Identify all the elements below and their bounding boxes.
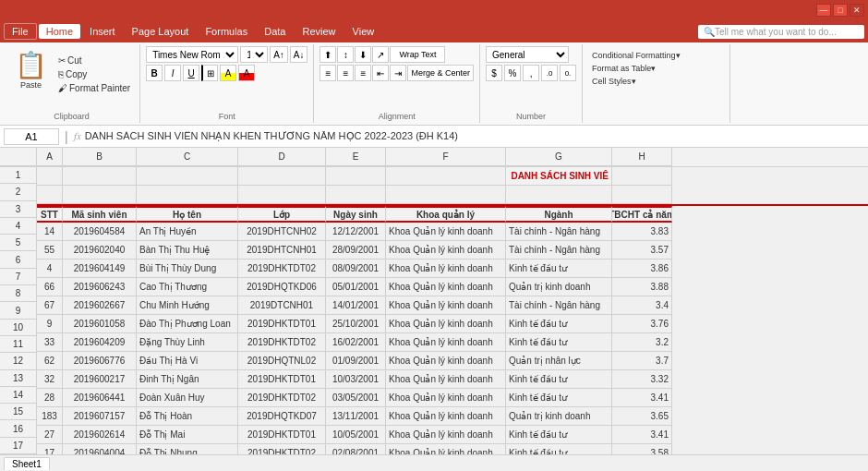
cell-c2[interactable] bbox=[137, 186, 238, 204]
cell-c1[interactable] bbox=[137, 167, 238, 186]
comma-btn[interactable]: , bbox=[523, 65, 539, 81]
cell-a1[interactable] bbox=[37, 167, 63, 186]
cell-ngay-1[interactable]: 28/09/2001 bbox=[326, 241, 386, 260]
cell-f2[interactable] bbox=[386, 186, 506, 204]
cell-e1[interactable] bbox=[326, 167, 386, 186]
conditional-formatting-btn[interactable]: Conditional Formatting▾ bbox=[588, 50, 684, 61]
cell-tbcht-3[interactable]: 3.88 bbox=[612, 278, 672, 296]
menu-view[interactable]: View bbox=[345, 24, 382, 39]
cell-msv-6[interactable]: 2019604209 bbox=[63, 333, 137, 352]
row-header-2[interactable]: 2 bbox=[0, 184, 37, 200]
decrease-indent-btn[interactable]: ⇤ bbox=[372, 65, 389, 81]
number-format-select[interactable]: General bbox=[486, 46, 569, 63]
format-painter-button[interactable]: 🖌 Format Painter bbox=[54, 82, 134, 94]
cell-name-2[interactable]: Bùi Thị Thùy Dung bbox=[137, 260, 238, 278]
cell-lop-1[interactable]: 2019DHTCNH01 bbox=[238, 241, 326, 260]
cell-nganh-6[interactable]: Kinh tế đầu tư bbox=[506, 333, 612, 352]
cell-h1[interactable] bbox=[612, 167, 672, 186]
currency-btn[interactable]: $ bbox=[486, 65, 502, 81]
paste-button[interactable]: 📋 Paste bbox=[9, 46, 53, 93]
align-right-btn[interactable]: ≡ bbox=[355, 65, 371, 81]
cell-stt-0[interactable]: 14 bbox=[37, 223, 63, 241]
maximize-btn[interactable]: □ bbox=[833, 4, 848, 17]
cell-nganh-0[interactable]: Tài chính - Ngân hàng bbox=[506, 223, 612, 241]
cell-lop-12[interactable]: 2019DHKTDT02 bbox=[238, 444, 326, 454]
menu-file[interactable]: File bbox=[4, 23, 37, 40]
menu-page-layout[interactable]: Page Layout bbox=[125, 24, 197, 39]
close-btn[interactable]: ✕ bbox=[850, 4, 864, 17]
cell-a2[interactable] bbox=[37, 186, 63, 204]
row-header-4[interactable]: 4 bbox=[0, 218, 37, 235]
cell-lop-8[interactable]: 2019DHKTDT01 bbox=[238, 370, 326, 389]
cell-g1[interactable]: DANH SÁCH SINH VIÊ bbox=[506, 167, 612, 186]
menu-review[interactable]: Review bbox=[295, 24, 343, 39]
cell-b2[interactable] bbox=[63, 186, 137, 204]
header-ngaysinh[interactable]: Ngày sinh bbox=[326, 206, 386, 223]
col-header-g[interactable]: G bbox=[506, 148, 612, 166]
col-header-h[interactable]: H bbox=[612, 148, 672, 166]
cell-khoa-8[interactable]: Khoa Quản lý kinh doanh bbox=[386, 370, 506, 389]
row-header-17[interactable]: 17 bbox=[0, 438, 37, 454]
cell-nganh-3[interactable]: Quản trị kinh doanh bbox=[506, 278, 612, 296]
cell-stt-4[interactable]: 67 bbox=[37, 296, 63, 315]
cell-lop-7[interactable]: 2019DHQTNL02 bbox=[238, 352, 326, 370]
align-middle-btn[interactable]: ↕ bbox=[337, 46, 354, 63]
cell-tbcht-6[interactable]: 3.2 bbox=[612, 333, 672, 352]
col-header-e[interactable]: E bbox=[326, 148, 386, 166]
row-header-8[interactable]: 8 bbox=[0, 285, 37, 302]
cell-ngay-9[interactable]: 03/05/2001 bbox=[326, 389, 386, 407]
cell-nganh-8[interactable]: Kinh tế đầu tư bbox=[506, 370, 612, 389]
cell-tbcht-9[interactable]: 3.41 bbox=[612, 389, 672, 407]
col-header-a[interactable]: A bbox=[37, 148, 63, 166]
cell-nganh-4[interactable]: Tài chính - Ngân hàng bbox=[506, 296, 612, 315]
text-angle-btn[interactable]: ↗ bbox=[372, 46, 389, 63]
row-header-16[interactable]: 16 bbox=[0, 420, 37, 437]
cell-nganh-5[interactable]: Kinh tế đầu tư bbox=[506, 315, 612, 333]
cell-tbcht-12[interactable]: 3.58 bbox=[612, 444, 672, 454]
cell-nganh-10[interactable]: Quản trị kinh doanh bbox=[506, 407, 612, 426]
cell-ngay-6[interactable]: 16/02/2001 bbox=[326, 333, 386, 352]
cell-tbcht-2[interactable]: 3.86 bbox=[612, 260, 672, 278]
cell-name-4[interactable]: Chu Minh Hướng bbox=[137, 296, 238, 315]
cell-ngay-0[interactable]: 12/12/2001 bbox=[326, 223, 386, 241]
header-tbcht[interactable]: TBCHT cả năm bbox=[612, 206, 672, 223]
cell-tbcht-4[interactable]: 3.4 bbox=[612, 296, 672, 315]
bold-button[interactable]: B bbox=[146, 65, 163, 81]
cell-lop-4[interactable]: 2019DTCNH01 bbox=[238, 296, 326, 315]
align-bottom-btn[interactable]: ⬇ bbox=[355, 46, 371, 63]
cell-khoa-2[interactable]: Khoa Quản lý kinh doanh bbox=[386, 260, 506, 278]
cell-styles-btn[interactable]: Cell Styles▾ bbox=[588, 76, 640, 87]
header-msv[interactable]: Mã sinh viên bbox=[63, 206, 137, 223]
cell-name-0[interactable]: An Thị Huyền bbox=[137, 223, 238, 241]
cell-khoa-6[interactable]: Khoa Quản lý kinh doanh bbox=[386, 333, 506, 352]
fill-color-button[interactable]: A bbox=[220, 65, 236, 81]
header-khoa[interactable]: Khoa quản lý bbox=[386, 206, 506, 223]
increase-indent-btn[interactable]: ⇥ bbox=[390, 65, 406, 81]
col-header-c[interactable]: C bbox=[137, 148, 238, 166]
cell-lop-5[interactable]: 2019DHKTDT01 bbox=[238, 315, 326, 333]
cell-lop-11[interactable]: 2019DHKTDT01 bbox=[238, 426, 326, 444]
cell-msv-10[interactable]: 2019607157 bbox=[63, 407, 137, 426]
increase-decimal-btn[interactable]: 0. bbox=[560, 65, 576, 81]
minimize-btn[interactable]: — bbox=[816, 4, 831, 17]
cell-h2[interactable] bbox=[612, 186, 672, 204]
cell-name-9[interactable]: Đoàn Xuân Huy bbox=[137, 389, 238, 407]
row-header-1[interactable]: 1 bbox=[0, 167, 37, 184]
cut-button[interactable]: ✂ Cut bbox=[54, 54, 134, 66]
cell-stt-5[interactable]: 9 bbox=[37, 315, 63, 333]
merge-center-btn[interactable]: Merge & Center bbox=[407, 65, 474, 81]
cell-d2[interactable] bbox=[238, 186, 326, 204]
row-header-9[interactable]: 9 bbox=[0, 302, 37, 319]
cell-lop-9[interactable]: 2019DHKTDT02 bbox=[238, 389, 326, 407]
font-family-select[interactable]: Times New Rom... bbox=[146, 46, 238, 63]
cell-khoa-7[interactable]: Khoa Quản lý kinh doanh bbox=[386, 352, 506, 370]
cell-stt-8[interactable]: 32 bbox=[37, 370, 63, 389]
cell-lop-10[interactable]: 2019DHQTKD07 bbox=[238, 407, 326, 426]
copy-button[interactable]: ⎘ Copy bbox=[54, 68, 134, 80]
cell-nganh-7[interactable]: Quản trị nhân lực bbox=[506, 352, 612, 370]
cell-nganh-11[interactable]: Kinh tế đầu tư bbox=[506, 426, 612, 444]
cell-khoa-4[interactable]: Khoa Quản lý kinh doanh bbox=[386, 296, 506, 315]
font-color-button[interactable]: A bbox=[238, 65, 255, 81]
cell-tbcht-10[interactable]: 3.65 bbox=[612, 407, 672, 426]
search-box[interactable]: 🔍 Tell me what you want to do... bbox=[698, 25, 864, 39]
